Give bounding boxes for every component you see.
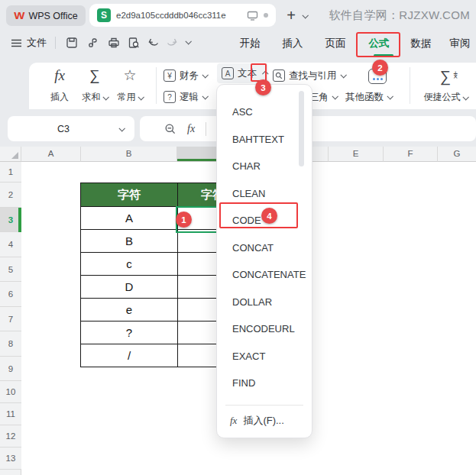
lookup-icon — [273, 69, 285, 82]
row-header-1[interactable]: 1 — [0, 162, 21, 183]
menu-item-char[interactable]: CHAR — [217, 153, 312, 180]
tab-review[interactable]: 审阅 — [443, 34, 476, 53]
logic-icon: ? — [164, 91, 176, 103]
sync-dot — [264, 13, 268, 18]
document-tab[interactable]: S e2d9a105ccdddb046cc311e — [89, 4, 276, 27]
file-menu-label: 文件 — [27, 36, 47, 50]
finance-icon: ¥ — [164, 69, 176, 82]
row-header-2[interactable]: 2 — [0, 183, 21, 208]
select-all-corner[interactable] — [0, 147, 21, 162]
tab-insert[interactable]: 插入 — [276, 34, 309, 53]
redo-icon — [166, 37, 178, 49]
row-header-7[interactable]: 7 — [0, 307, 21, 331]
column-header-e[interactable]: E — [329, 147, 384, 162]
undo-button[interactable] — [144, 35, 163, 50]
chevron-down-icon — [138, 94, 144, 100]
menu-item-code[interactable]: CODE — [217, 207, 312, 234]
row-header-4[interactable]: 4 — [0, 232, 21, 257]
monitor-icon — [247, 11, 258, 21]
menu-item-encodeurl[interactable]: ENCODEURL — [217, 315, 312, 343]
zoom-search-icon[interactable] — [164, 123, 176, 135]
row-header-13[interactable]: 13 — [0, 448, 21, 470]
table-header-cell[interactable]: 字符 — [81, 183, 178, 207]
wps-office-tab[interactable]: W WPS Office — [6, 5, 86, 26]
wps-spreadsheet-window: W WPS Office S e2d9a105ccdddb046cc311e +… — [0, 0, 476, 475]
select-all-icon — [11, 152, 18, 159]
other-functions-label-row[interactable]: 其他函数 — [345, 89, 392, 105]
logic-functions-button[interactable]: ? 逻辑 — [164, 89, 207, 105]
sum-button[interactable]: ∑ 求和 — [78, 66, 112, 105]
other-functions-button[interactable] — [368, 69, 387, 84]
finance-functions-button[interactable]: ¥ 财务 — [164, 67, 207, 84]
menu-item-bahttext[interactable]: BAHTTEXT — [217, 126, 312, 153]
chevron-down-icon — [102, 94, 108, 100]
column-header-b[interactable]: B — [81, 147, 177, 162]
cell-b3[interactable]: A — [81, 207, 178, 230]
row-header-10[interactable]: 10 — [0, 381, 21, 403]
dropdown-scrollbar-thumb[interactable] — [299, 91, 304, 166]
print-button[interactable] — [105, 35, 123, 50]
common-functions-button[interactable]: ☆ 常用 — [113, 66, 147, 105]
print-icon — [108, 37, 120, 49]
row-header-12[interactable]: 12 — [0, 425, 21, 448]
column-header-a[interactable]: A — [21, 147, 81, 162]
redo-button[interactable] — [163, 35, 181, 50]
insert-function-button[interactable]: fx 插入 — [44, 66, 75, 105]
tab-data[interactable]: 数据 — [404, 34, 438, 53]
row-header-6[interactable]: 6 — [0, 282, 21, 307]
text-label: 文本 — [238, 67, 257, 80]
new-tab-button[interactable]: + — [283, 6, 300, 24]
trig-functions-button[interactable]: 三角 — [309, 89, 337, 105]
chevron-down-icon[interactable] — [118, 125, 125, 131]
tab-list-chevron-icon[interactable] — [302, 12, 308, 18]
sigma-icon: ∑ — [89, 67, 100, 84]
logic-label: 逻辑 — [180, 91, 199, 104]
save-icon — [66, 37, 78, 49]
selected-row-indicator — [18, 208, 21, 232]
insert-function-label: 插入 — [50, 91, 69, 104]
menu-item-clean[interactable]: CLEAN — [217, 180, 312, 208]
cell-reference: C3 — [8, 124, 119, 134]
fx-icon: fx — [54, 67, 65, 84]
divider — [410, 67, 410, 104]
row-header-8[interactable]: 8 — [0, 331, 21, 357]
other-functions-label: 其他函数 — [345, 91, 384, 104]
menu-item-exact[interactable]: EXACT — [217, 343, 312, 370]
tab-formula[interactable]: 公式 — [362, 34, 396, 53]
menu-item-dollar[interactable]: DOLLAR — [217, 289, 312, 316]
promo-text: 软件自学网：RJZXW.COM — [329, 0, 471, 31]
row-header-11[interactable]: 11 — [0, 403, 21, 425]
text-functions-button[interactable]: A 文本 — [222, 65, 268, 82]
menu-item-insert-function[interactable]: fx 插入(F)... — [216, 408, 312, 434]
star-icon: ☆ — [123, 67, 136, 84]
cell-b8[interactable]: ? — [81, 322, 178, 344]
cell-b5[interactable]: c — [81, 253, 178, 276]
chevron-up-icon[interactable] — [262, 70, 268, 76]
column-header-f[interactable]: F — [384, 147, 438, 162]
cell-b7[interactable]: e — [81, 299, 178, 322]
common-label: 常用 — [118, 91, 136, 104]
cell-b4[interactable]: B — [81, 230, 178, 253]
cell-b9[interactable]: / — [81, 344, 178, 367]
more-commands-chevron-icon[interactable] — [185, 38, 191, 44]
menu-item-concatenate[interactable]: CONCATENATE — [217, 261, 312, 289]
cell-b6[interactable]: D — [81, 276, 178, 299]
tab-page[interactable]: 页面 — [319, 34, 352, 53]
column-header-g[interactable]: G — [438, 147, 476, 162]
lookup-reference-button[interactable]: 查找与引用 — [273, 67, 345, 84]
save-button[interactable] — [63, 35, 81, 50]
row-header-5[interactable]: 5 — [0, 257, 21, 282]
insert-function-menu-label: 插入(F)... — [243, 414, 283, 428]
menu-item-find[interactable]: FIND — [217, 370, 312, 397]
print-preview-button[interactable] — [125, 35, 143, 50]
fx-icon[interactable]: fx — [187, 123, 195, 135]
tab-start[interactable]: 开始 — [233, 34, 267, 53]
menu-item-concat[interactable]: CONCAT — [217, 234, 312, 262]
menu-item-asc[interactable]: ASC — [217, 99, 312, 126]
quick-formula-button[interactable]: ∑ + × 便捷公式 — [417, 66, 474, 105]
row-header-9[interactable]: 9 — [0, 357, 21, 381]
text-icon: A — [222, 67, 234, 79]
file-menu-button[interactable]: 文件 — [11, 35, 47, 50]
export-button[interactable] — [84, 35, 102, 50]
name-box[interactable]: C3 — [8, 116, 134, 141]
